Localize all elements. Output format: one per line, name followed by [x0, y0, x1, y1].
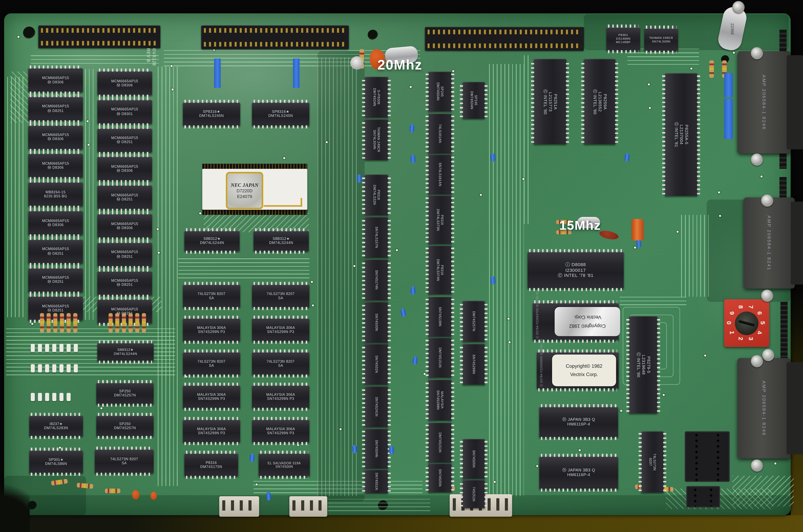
- ic-label: MALAYSIA 306ASN74S299N P3: [184, 325, 239, 334]
- resistor: [709, 60, 714, 78]
- ic-label: MCM6665AP15Ⓜ D8251: [29, 104, 82, 113]
- pin-row: [31, 436, 81, 439]
- ic-label-line: Ⓜ D8306: [48, 80, 64, 84]
- connector-face: [786, 55, 803, 149]
- ic-label-line: L2136552: [597, 92, 602, 112]
- resistor: [109, 313, 113, 332]
- rotary-digit: 9: [729, 311, 736, 315]
- connector-face: [786, 362, 803, 454]
- ic-chip-vertical: DM74S151N: [428, 338, 452, 378]
- amp-connector-label: AMP 206584-1 8246: [762, 381, 767, 436]
- dram-chip: MCM6665AP15Ⓜ D8306: [97, 157, 152, 181]
- ic-label-line: I8237★: [50, 422, 62, 426]
- ic-label: P8316DM74S175N: [185, 461, 237, 469]
- pin-row: [99, 154, 151, 157]
- ic-label: P8255A-5L2137004Ⓒ INTEL '81: [665, 75, 698, 194]
- ic-label-line: Ⓜ D8306: [48, 223, 64, 227]
- resistor: [135, 313, 139, 332]
- ic-socket-empty: [686, 486, 720, 508]
- sticker-line: Vectrix Corp.: [570, 370, 598, 379]
- ic-label-line: SN74S00N: [275, 465, 293, 469]
- resistor-network: [214, 58, 221, 88]
- dram-chip: MCM6665AP15Ⓜ D8251: [97, 242, 152, 266]
- ic-label-line: SN74LS08N: [652, 40, 671, 43]
- ic-label-line: MCM6665AP15: [42, 76, 69, 80]
- resistor: [115, 313, 119, 332]
- ic-chip: 74LS273N 8207SA: [252, 352, 309, 375]
- ic-label: S+P8306DM74S04N: [365, 79, 388, 116]
- ic-label-line: MCM6665AP15: [111, 250, 138, 254]
- ic-label: 74LS273N 8207SA: [253, 292, 308, 300]
- ic-chip-vertical: 74S251N: [462, 480, 485, 508]
- ic-label-line: MALAYSIA 306A: [266, 427, 295, 431]
- ic-label-line: EL SALVADOR 319A: [268, 461, 301, 465]
- dram-chip: MCM6665AP15Ⓜ D8251: [28, 239, 83, 263]
- pin-row: [99, 97, 151, 100]
- ic-label-line: Ⓜ D8306: [116, 83, 133, 88]
- ic-chip: 74LS273N 8207SA: [252, 284, 309, 307]
- ic-label-line: DM74LS374N: [436, 259, 440, 281]
- resistor: [51, 479, 68, 486]
- pin-row: [646, 25, 676, 28]
- pin-row: [254, 316, 308, 319]
- ic-chip-vertical: SN74LS161AN: [428, 154, 452, 194]
- tantalum-capacitor: [389, 446, 394, 454]
- ic-label: 74LS161AN: [428, 116, 452, 151]
- ic-label-line: P8279-5: [646, 356, 651, 373]
- ic-label: ⓗ JAPAN 3B3 QHM6116P-4: [540, 417, 617, 427]
- ic-label-line: SA: [278, 296, 283, 300]
- tantalum-capacitor: [409, 124, 415, 133]
- ic-label: TAIWAN 249CRSN74LS04N: [365, 121, 388, 158]
- intel-chip: P8259AL2136552Ⓒ INTEL '80: [584, 59, 616, 144]
- pin-row: [255, 228, 307, 231]
- ic-label-line: S8B312★: [273, 237, 290, 241]
- tantalum-capacitor: [400, 308, 406, 317]
- ic-chip: MALAYSIA 306ASN74S299N P3: [183, 385, 240, 408]
- ic-label-line: SN74S51N: [375, 473, 378, 490]
- ic-label: SN74S02N: [365, 346, 388, 383]
- ic-label: I8237★DM74LS283N: [30, 422, 82, 430]
- sram-chip: ⓗ JAPAN 3B3 QHM6116P-4: [539, 407, 618, 437]
- intel-chip: P8255A-5L2137004Ⓒ INTEL '81: [665, 73, 698, 196]
- copyright-sticker: Copyright© 1982 Vectrix Corp.: [552, 355, 616, 386]
- tantalum-capacitor: [352, 445, 357, 453]
- ic-label: MCM6665AP15Ⓜ D8251: [29, 304, 82, 313]
- ic-label: MALAYSIASN74S299N: [428, 382, 452, 418]
- rotary-digit: 6: [756, 311, 763, 315]
- ic-label-line: SN74S299N P3: [267, 397, 294, 401]
- ic-label-line: Ⓒ INTEL '80: [636, 352, 641, 378]
- silkscreen-text: ©VX128 REV B: [146, 48, 157, 66]
- screw: [761, 289, 773, 302]
- scene: ©VX128 REV B NEC JAPAN D7220D E24079 Cop…: [0, 0, 803, 532]
- bottom-connector: [289, 496, 327, 517]
- ic-label: S8B312★DM74LS244N: [185, 237, 239, 245]
- dram-chip: MCM6665AP15Ⓜ D8251: [28, 97, 83, 120]
- ic-label-line: S8B312★: [203, 237, 221, 241]
- dram-chip: MCM6665AP15Ⓜ D8251: [97, 271, 152, 295]
- ic-label: MCM6665AP15Ⓜ D8306: [98, 165, 151, 173]
- rotary-digit: 5: [759, 321, 766, 325]
- pin-row: [99, 340, 152, 343]
- ic-label-line: 74LS161AN: [438, 124, 442, 143]
- ic-label-line: SN74S02N: [375, 356, 378, 373]
- ic-label: P8316DM74LS373N: [428, 197, 452, 242]
- ic-socket-empty: [685, 431, 730, 482]
- dram-chip: MCM6665AP15Ⓜ D8306: [28, 211, 83, 235]
- electrolytic-capacitor: [350, 56, 363, 70]
- ic-label: SN74S00N: [365, 304, 388, 341]
- ic-label-line: DM74LS86N: [45, 462, 67, 466]
- ic-label: P8316DM74LS374N: [428, 248, 452, 292]
- ic-label-line: 8235 B55 BG: [44, 194, 67, 198]
- ic-label-line: P8259A: [602, 94, 607, 110]
- pin-row: [260, 476, 308, 479]
- silkscreen-line: REV B: [146, 48, 151, 66]
- sticker-line: Copyright© 1982: [566, 362, 602, 370]
- ic-chip: SP301★DM74LS86N: [29, 450, 83, 473]
- ic-label: SP8316★DM74LS245N: [184, 110, 239, 118]
- dram-chip: MCM6665AP15Ⓜ D8301: [97, 100, 152, 124]
- pin-row: [541, 454, 617, 457]
- pin-row: [541, 404, 617, 407]
- crystal-marking: 22368: [730, 23, 735, 34]
- ic-label: MCM6665AP15Ⓜ D8251: [29, 247, 82, 256]
- ic-chip: S8B312★DM74LS244N: [184, 231, 240, 251]
